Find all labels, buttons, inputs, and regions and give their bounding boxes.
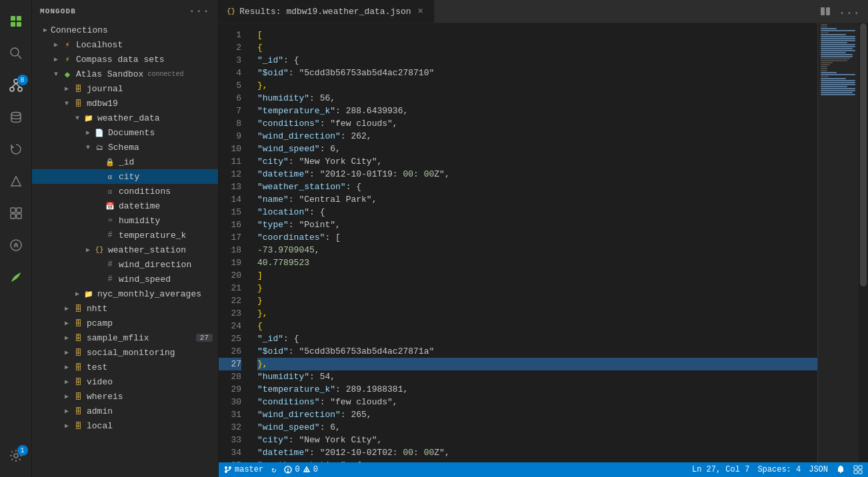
- activity-refresh[interactable]: [0, 133, 32, 165]
- sidebar-title: MONGODB: [40, 7, 76, 15]
- more-actions[interactable]: ···: [836, 4, 863, 23]
- sidebar-item-field-city[interactable]: α city: [32, 169, 218, 184]
- localhost-icon: ⚡: [61, 39, 73, 51]
- social-monitoring-label: social_monitoring: [87, 348, 175, 358]
- status-position[interactable]: Ln 27, Col 7: [692, 465, 749, 474]
- svg-point-27: [288, 472, 289, 472]
- activity-databases[interactable]: [0, 101, 32, 133]
- sidebar-item-field-wind-speed[interactable]: # wind_speed: [32, 272, 218, 286]
- weather-station-icon: {}: [93, 244, 105, 256]
- svg-rect-15: [11, 214, 15, 219]
- tab-close[interactable]: ×: [415, 6, 426, 17]
- sidebar-item-atlas[interactable]: ▼ ◆ Atlas Sandbox connected: [32, 67, 218, 81]
- sidebar-item-field-id[interactable]: 🔒 _id: [32, 155, 218, 169]
- sidebar-dots[interactable]: ···: [189, 5, 210, 17]
- weather-data-label: weather_data: [97, 113, 160, 123]
- sidebar-item-sample-mflix[interactable]: ▶ 🗄 sample_mflix 27: [32, 330, 218, 345]
- sidebar-item-compass[interactable]: ▶ ⚡ Compass data sets: [32, 52, 218, 67]
- activity-settings[interactable]: 1: [0, 440, 32, 472]
- sidebar-item-test[interactable]: ▶ 🗄 test: [32, 360, 218, 374]
- status-errors[interactable]: 0 0: [284, 465, 317, 474]
- sidebar-item-journal[interactable]: ▶ 🗄 journal: [32, 81, 218, 96]
- sidebar-item-field-datetime[interactable]: 📅 datetime: [32, 199, 218, 213]
- activity-schema[interactable]: [0, 197, 32, 229]
- sidebar: MONGODB ··· ▶ Connections ▶ ⚡ Localhost …: [32, 0, 219, 477]
- nhtt-label: nhtt: [87, 304, 107, 314]
- status-bell[interactable]: [836, 465, 845, 474]
- sidebar-item-field-conditions[interactable]: α conditions: [32, 184, 218, 199]
- sidebar-item-local[interactable]: ▶ 🗄 local: [32, 418, 218, 433]
- sidebar-item-connections[interactable]: ▶ Connections: [32, 23, 218, 37]
- status-sync[interactable]: ↻: [271, 465, 276, 475]
- minimap: [817, 23, 859, 462]
- activity-indexes[interactable]: [0, 229, 32, 261]
- scrollbar-track[interactable]: [859, 23, 868, 462]
- compass-chevron: ▶: [51, 54, 61, 65]
- atlas-label: Atlas Sandbox: [76, 69, 143, 79]
- atlas-connected-tag: connected: [147, 71, 183, 78]
- status-spaces[interactable]: Spaces: 4: [757, 465, 801, 474]
- status-branch[interactable]: master: [224, 465, 263, 474]
- branch-name: master: [235, 465, 263, 474]
- sidebar-item-pcamp[interactable]: ▶ 🗄 pcamp: [32, 316, 218, 330]
- activity-bar: 8: [0, 0, 32, 477]
- sidebar-item-mdbw19[interactable]: ▼ 🗄 mdbw19: [32, 96, 218, 111]
- activity-aggregation[interactable]: [0, 165, 32, 197]
- svg-rect-16: [17, 214, 21, 219]
- sidebar-item-field-humidity[interactable]: ≈ humidity: [32, 213, 218, 228]
- localhost-chevron: ▶: [51, 39, 61, 50]
- localhost-label: Localhost: [76, 40, 123, 50]
- svg-point-18: [14, 454, 18, 458]
- sidebar-item-whereis[interactable]: ▶ 🗄 whereis: [32, 389, 218, 404]
- sidebar-item-video[interactable]: ▶ 🗄 video: [32, 374, 218, 389]
- split-editor-action[interactable]: [817, 3, 833, 23]
- svg-rect-32: [854, 470, 857, 474]
- status-layout[interactable]: [853, 465, 863, 474]
- field-city-icon: α: [104, 171, 116, 183]
- svg-point-11: [11, 113, 21, 116]
- activity-logo[interactable]: [0, 5, 32, 37]
- sidebar-item-nyc-monthly[interactable]: ▶ 📁 nyc_monthly_averages: [32, 286, 218, 301]
- sidebar-item-localhost[interactable]: ▶ ⚡ Localhost: [32, 37, 218, 52]
- tab-results[interactable]: {} Results: mdbw19.weather_data.json ×: [219, 0, 435, 23]
- activity-search[interactable]: [0, 37, 32, 69]
- svg-point-4: [11, 48, 19, 56]
- mdbw19-chevron: ▼: [61, 98, 72, 109]
- status-encoding[interactable]: JSON: [809, 465, 828, 474]
- local-icon: 🗄: [72, 420, 84, 432]
- sidebar-item-documents[interactable]: ▶ 📄 Documents: [32, 125, 218, 140]
- mdbw19-icon: 🗄: [72, 97, 84, 109]
- documents-label: Documents: [108, 128, 155, 138]
- field-humidity-label: humidity: [119, 216, 160, 226]
- nyc-monthly-icon: 📁: [83, 288, 95, 300]
- sidebar-item-field-wind-direction[interactable]: # wind_direction: [32, 257, 218, 272]
- atlas-chevron: ▼: [51, 69, 61, 79]
- sidebar-item-nhtt[interactable]: ▶ 🗄 nhtt: [32, 301, 218, 316]
- sidebar-item-weather-station[interactable]: ▶ {} weather_station: [32, 242, 218, 257]
- sidebar-item-schema[interactable]: ▼ 🗂 Schema: [32, 140, 218, 155]
- test-label: test: [87, 362, 107, 372]
- code-editor[interactable]: [ { "_id": { "$oid": "5cdd3b56753ab5d4ac…: [252, 23, 868, 462]
- weather-data-icon: 📁: [83, 112, 95, 124]
- activity-leaf[interactable]: [0, 261, 32, 293]
- warning-count: 0: [313, 465, 318, 474]
- tab-icon: {}: [227, 7, 235, 15]
- sidebar-item-social-monitoring[interactable]: ▶ 🗄 social_monitoring: [32, 345, 218, 360]
- error-count: 0: [295, 465, 299, 474]
- activity-connections[interactable]: 8: [0, 69, 32, 101]
- sidebar-item-admin[interactable]: ▶ 🗄 admin: [32, 404, 218, 418]
- scrollbar-thumb[interactable]: [860, 23, 867, 286]
- svg-rect-0: [11, 16, 15, 21]
- schema-label: Schema: [108, 143, 139, 153]
- svg-point-29: [306, 471, 307, 472]
- svg-rect-2: [11, 22, 15, 27]
- mdbw19-label: mdbw19: [87, 99, 118, 109]
- sidebar-item-field-temperature[interactable]: # temperature_k: [32, 228, 218, 242]
- sidebar-item-weather-data[interactable]: ▼ 📁 weather_data: [32, 111, 218, 125]
- field-id-label: _id: [119, 157, 134, 167]
- position-text: Ln 27, Col 7: [692, 465, 749, 474]
- svg-point-21: [225, 466, 227, 469]
- admin-chevron: ▶: [61, 406, 72, 416]
- field-datetime-label: datetime: [119, 201, 160, 211]
- status-left: master ↻ 0 0: [224, 465, 318, 475]
